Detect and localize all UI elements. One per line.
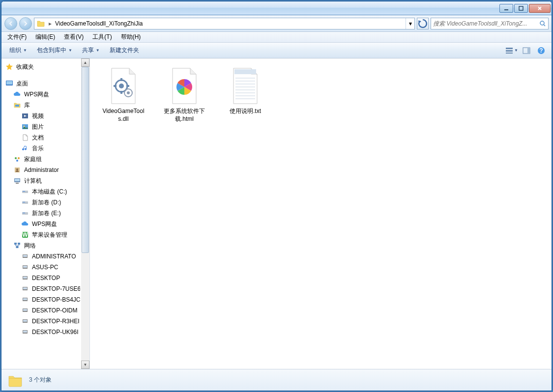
svg-text:?: ? <box>539 47 543 54</box>
menu-file[interactable]: 文件(F) <box>3 32 30 42</box>
help-button[interactable]: ? <box>535 45 548 56</box>
content-area: 收藏夹 桌面 WPS网盘 库 视频 <box>1 58 552 369</box>
address-bar[interactable]: ▸ VideoGameToolsdll_XiTongZhiJia ▾ <box>34 18 415 29</box>
pc-icon <box>21 307 29 314</box>
menu-edit[interactable]: 编辑(E) <box>31 32 59 42</box>
sidebar-item-documents[interactable]: 文档 <box>1 132 80 143</box>
sidebar-item-label: 本地磁盘 (C:) <box>32 188 67 196</box>
breadcrumb-separator[interactable]: ▸ <box>47 18 53 29</box>
sidebar-network-pc[interactable]: DESKTOP-OIDM <box>1 305 80 316</box>
sidebar-desktop[interactable]: 桌面 <box>1 78 80 89</box>
address-dropdown[interactable]: ▾ <box>406 18 414 29</box>
maximize-button[interactable] <box>514 4 528 13</box>
include-in-library-button[interactable]: 包含到库中▼ <box>33 44 76 56</box>
close-button[interactable] <box>529 4 551 13</box>
sidebar-item-drive-d[interactable]: 新加卷 (D:) <box>1 197 80 208</box>
search-box[interactable] <box>431 18 549 29</box>
scroll-thumb[interactable] <box>82 67 89 253</box>
svg-rect-12 <box>15 105 19 107</box>
svg-rect-23 <box>16 183 19 184</box>
sidebar-network-pc[interactable]: DESKTOP-7USE6 <box>1 283 80 294</box>
scroll-down-button[interactable]: ▼ <box>81 361 89 369</box>
svg-rect-40 <box>23 277 27 279</box>
svg-rect-7 <box>527 48 530 54</box>
sidebar-network-pc[interactable]: ASUS-PC <box>1 262 80 273</box>
svg-text:W: W <box>22 231 28 238</box>
svg-point-20 <box>16 168 18 170</box>
back-button[interactable] <box>4 17 17 30</box>
new-folder-button[interactable]: 新建文件夹 <box>106 44 143 56</box>
minimize-button[interactable] <box>499 4 513 13</box>
sidebar-favorites[interactable]: 收藏夹 <box>1 61 80 72</box>
svg-rect-28 <box>22 212 28 215</box>
sidebar-item-drive-e[interactable]: 新加卷 (E:) <box>1 208 80 219</box>
pc-icon <box>21 252 29 260</box>
sidebar-item-library[interactable]: 库 <box>1 100 80 111</box>
sidebar-item-administrator[interactable]: Administrator <box>1 165 80 175</box>
sidebar-item-computer[interactable]: 计算机 <box>1 175 80 186</box>
svg-rect-11 <box>6 81 12 84</box>
svg-point-16 <box>15 157 17 159</box>
sidebar-network-pc[interactable]: DESKTOP-BS4JC <box>1 294 80 305</box>
share-button[interactable]: 共享▼ <box>78 44 104 56</box>
view-options-button[interactable]: ▼ <box>505 45 518 56</box>
sidebar-item-label: DESKTOP-OIDM <box>32 307 77 314</box>
navigation-pane: 收藏夹 桌面 WPS网盘 库 视频 <box>1 58 90 369</box>
sidebar-item-video[interactable]: 视频 <box>1 111 80 121</box>
menu-tools[interactable]: 工具(T) <box>88 32 116 42</box>
sidebar-item-label: 新加卷 (D:) <box>32 198 61 207</box>
organize-button[interactable]: 组织▼ <box>5 44 31 56</box>
sidebar-item-label: 计算机 <box>24 177 42 185</box>
refresh-button[interactable] <box>417 18 429 29</box>
sidebar-item-label: 网络 <box>24 242 36 250</box>
sidebar-item-label: ADMINISTRATO <box>32 253 76 260</box>
sidebar-item-label: 收藏夹 <box>16 63 34 71</box>
pc-icon <box>21 317 29 325</box>
pc-icon <box>21 285 29 293</box>
sidebar-item-drive-c[interactable]: 本地磁盘 (C:) <box>1 186 80 197</box>
svg-rect-27 <box>23 202 25 202</box>
svg-rect-25 <box>23 191 25 192</box>
sidebar-network-pc[interactable]: ADMINISTRATO <box>1 251 80 262</box>
search-input[interactable] <box>433 20 539 27</box>
sidebar-item-wps-drive[interactable]: WPS网盘 <box>1 219 80 229</box>
menu-view[interactable]: 查看(V) <box>60 32 87 42</box>
cloud-icon <box>21 220 29 228</box>
menu-help[interactable]: 帮助(H) <box>117 32 145 42</box>
file-list[interactable]: VideoGameTools.dll <box>90 58 552 369</box>
svg-rect-36 <box>23 255 27 257</box>
folder-icon <box>36 19 45 28</box>
sidebar-item-pictures[interactable]: 图片 <box>1 121 80 132</box>
sidebar-item-label: DESKTOP <box>32 275 60 281</box>
file-item-html[interactable]: 更多系统软件下载.html <box>161 64 208 125</box>
sidebar-item-network[interactable]: 网络 <box>1 240 80 251</box>
sidebar-item-music[interactable]: 音乐 <box>1 143 80 154</box>
svg-rect-24 <box>22 191 28 193</box>
breadcrumb-segment[interactable]: VideoGameToolsdll_XiTongZhiJia <box>53 20 145 27</box>
sidebar-item-homegroup[interactable]: 家庭组 <box>1 154 80 165</box>
preview-pane-button[interactable] <box>520 45 533 56</box>
sidebar-item-apple-device[interactable]: W 苹果设备管理 <box>1 229 80 240</box>
homegroup-icon <box>13 155 21 163</box>
sidebar-item-label: 桌面 <box>16 80 28 88</box>
titlebar[interactable] <box>1 1 552 15</box>
svg-rect-5 <box>506 53 513 54</box>
sidebar-item-label: DESKTOP-7USE6 <box>32 285 80 292</box>
svg-rect-22 <box>15 179 20 181</box>
forward-button[interactable] <box>19 17 32 30</box>
cloud-icon <box>13 90 21 98</box>
svg-point-15 <box>24 126 25 127</box>
svg-point-18 <box>16 160 18 162</box>
sidebar-network-pc[interactable]: DESKTOP-UK96I <box>1 327 80 337</box>
sidebar-network-pc[interactable]: DESKTOP-R3HEI <box>1 316 80 327</box>
pc-icon <box>21 274 29 282</box>
sidebar-item-wps[interactable]: WPS网盘 <box>1 89 80 100</box>
sidebar-item-label: Administrator <box>24 167 59 173</box>
scroll-up-button[interactable]: ▲ <box>81 58 89 67</box>
svg-point-52 <box>119 84 124 88</box>
file-item-txt[interactable]: 使用说明.txt <box>222 64 269 117</box>
sidebar-scrollbar[interactable]: ▲ ▼ <box>81 58 89 369</box>
svg-rect-42 <box>23 287 27 289</box>
sidebar-network-pc[interactable]: DESKTOP <box>1 273 80 283</box>
file-item-dll[interactable]: VideoGameTools.dll <box>100 64 147 125</box>
